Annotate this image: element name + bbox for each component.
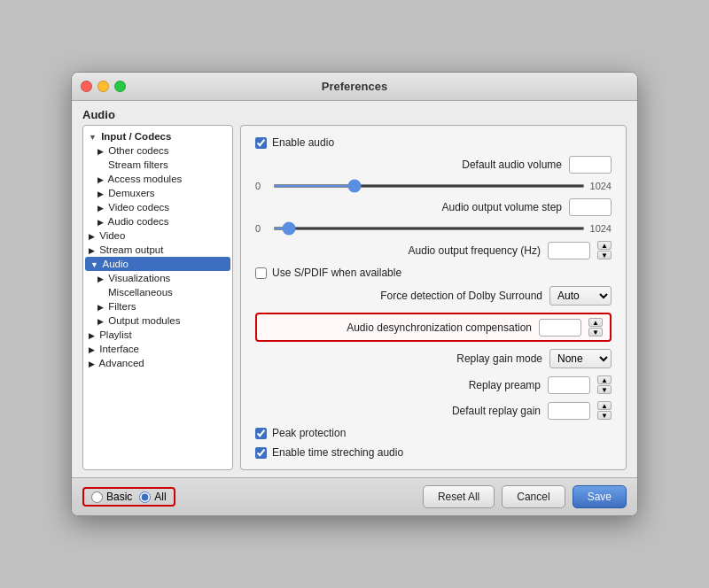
audio-frequency-up[interactable]: ▲ <box>597 241 612 250</box>
replay-preamp-input[interactable]: 0 <box>548 376 590 394</box>
audio-desync-up[interactable]: ▲ <box>588 318 603 327</box>
spdif-checkbox[interactable] <box>255 267 267 279</box>
default-replay-gain-up[interactable]: ▲ <box>597 401 612 410</box>
peak-protection-label: Peak protection <box>272 427 346 439</box>
volume-step-slider-row: 0 1024 <box>255 223 612 234</box>
sidebar-item-other-codecs[interactable]: ▶ Other codecs <box>83 143 232 158</box>
replay-preamp-row: Replay preamp 0 ▲ ▼ <box>255 375 612 394</box>
audio-frequency-down[interactable]: ▼ <box>597 251 612 259</box>
replay-preamp-up[interactable]: ▲ <box>597 375 612 384</box>
spdif-row: Use S/PDIF when available <box>255 267 612 279</box>
sidebar-item-output-modules[interactable]: ▶ Output modules <box>83 313 232 328</box>
arrow-icon: ▼ <box>89 133 97 142</box>
volume-step-max: 1024 <box>590 223 612 234</box>
replay-gain-mode-dropdown[interactable]: None Track Album <box>549 349 612 368</box>
peak-protection-checkbox[interactable] <box>255 428 267 439</box>
arrow-icon: ▶ <box>89 331 95 340</box>
sidebar-item-video-codecs[interactable]: ▶ Video codecs <box>83 200 232 214</box>
replay-gain-mode-row: Replay gain mode None Track Album <box>255 349 612 368</box>
sidebar-item-interface[interactable]: ▶ Interface <box>83 342 232 356</box>
volume-step-row: Audio output volume step 32 <box>255 198 612 216</box>
time-stretching-row: Enable time streching audio <box>255 446 612 459</box>
default-volume-slider[interactable] <box>273 184 585 188</box>
sidebar-item-miscellaneous[interactable]: Miscellaneous <box>83 285 232 299</box>
save-button[interactable]: Save <box>573 485 627 508</box>
arrow-icon: ▶ <box>97 317 104 326</box>
enable-audio-label: Enable audio <box>272 136 334 149</box>
default-volume-input[interactable]: 256 <box>569 156 612 174</box>
arrow-icon: ▶ <box>97 303 104 312</box>
sidebar-item-playlist[interactable]: ▶ Playlist <box>83 328 232 342</box>
view-mode-group: Basic All <box>82 487 175 507</box>
sidebar-item-demuxers[interactable]: ▶ Demuxers <box>83 186 232 200</box>
arrow-icon: ▶ <box>89 232 95 241</box>
spdif-label: Use S/PDIF when available <box>272 267 401 279</box>
audio-desync-stepper: ▲ ▼ <box>588 318 603 337</box>
audio-desync-input[interactable]: -2 <box>539 319 581 337</box>
arrow-icon: ▶ <box>97 275 104 283</box>
arrow-icon: ▶ <box>97 204 104 213</box>
window-body: Audio ▼ Input / Codecs ▶ Other codecs St… <box>72 101 637 515</box>
all-radio-item: All <box>139 491 166 503</box>
sidebar: ▼ Input / Codecs ▶ Other codecs Stream f… <box>82 125 233 470</box>
audio-desync-down[interactable]: ▼ <box>588 328 603 337</box>
basic-label: Basic <box>106 491 132 503</box>
arrow-icon: ▼ <box>90 260 98 269</box>
maximize-button[interactable] <box>114 81 126 92</box>
replay-gain-mode-label: Replay gain mode <box>255 352 542 365</box>
reset-all-button[interactable]: Reset All <box>423 485 495 508</box>
default-replay-gain-stepper: ▲ ▼ <box>597 401 612 420</box>
default-replay-gain-down[interactable]: ▼ <box>597 411 612 420</box>
default-volume-max: 1024 <box>590 181 612 191</box>
cancel-button[interactable]: Cancel <box>502 485 565 508</box>
arrow-icon: ▶ <box>97 218 104 227</box>
bottom-bar: Basic All Reset All Cancel Save <box>72 477 637 515</box>
dolby-label: Force detection of Dolby Surround <box>255 290 542 302</box>
volume-step-label: Audio output volume step <box>255 201 562 213</box>
volume-step-slider[interactable] <box>273 227 585 230</box>
section-header: Audio <box>72 101 637 125</box>
traffic-lights <box>81 81 126 92</box>
enable-audio-row: Enable audio <box>255 136 612 149</box>
basic-radio-item: Basic <box>91 491 132 503</box>
preferences-window: Preferences Audio ▼ Input / Codecs ▶ Oth… <box>71 72 638 516</box>
sidebar-item-audio-codecs[interactable]: ▶ Audio codecs <box>83 214 232 228</box>
arrow-icon: ▶ <box>89 246 95 255</box>
sidebar-item-audio[interactable]: ▼ Audio <box>85 257 230 271</box>
arrow-icon: ▶ <box>97 175 104 184</box>
time-stretching-checkbox[interactable] <box>255 447 267 459</box>
sidebar-item-filters[interactable]: ▶ Filters <box>83 299 232 313</box>
volume-step-min: 0 <box>255 223 268 234</box>
default-replay-gain-row: Default replay gain -7 ▲ ▼ <box>255 401 612 420</box>
volume-step-input[interactable]: 32 <box>569 198 612 216</box>
titlebar: Preferences <box>72 73 637 101</box>
arrow-icon: ▶ <box>89 360 95 368</box>
arrow-icon: ▶ <box>97 190 104 198</box>
audio-frequency-label: Audio output frequency (Hz) <box>255 244 541 257</box>
dolby-row: Force detection of Dolby Surround Auto O… <box>255 286 612 306</box>
default-volume-min: 0 <box>255 181 268 191</box>
minimize-button[interactable] <box>97 81 109 92</box>
default-replay-gain-input[interactable]: -7 <box>548 402 590 420</box>
window-title: Preferences <box>322 80 387 93</box>
sidebar-item-stream-output[interactable]: ▶ Stream output <box>83 243 232 257</box>
arrow-icon: ▶ <box>89 345 95 354</box>
sidebar-item-access-modules[interactable]: ▶ Access modules <box>83 172 232 186</box>
sidebar-item-input-codecs[interactable]: ▼ Input / Codecs <box>83 129 232 143</box>
replay-preamp-down[interactable]: ▼ <box>597 385 612 394</box>
close-button[interactable] <box>81 81 92 92</box>
enable-audio-checkbox[interactable] <box>255 137 267 149</box>
dolby-dropdown[interactable]: Auto On Off <box>549 286 612 306</box>
sidebar-item-visualizations[interactable]: ▶ Visualizations <box>83 271 232 285</box>
audio-desync-row: Audio desynchronization compensation -2 … <box>255 313 612 342</box>
all-radio[interactable] <box>139 491 151 503</box>
audio-frequency-stepper: ▲ ▼ <box>597 241 612 259</box>
audio-frequency-input[interactable]: -1 <box>548 242 590 259</box>
sidebar-item-advanced[interactable]: ▶ Advanced <box>83 356 232 370</box>
sidebar-item-video[interactable]: ▶ Video <box>83 228 232 243</box>
default-volume-row: Default audio volume 256 <box>255 156 612 174</box>
replay-preamp-stepper: ▲ ▼ <box>597 375 612 394</box>
sidebar-item-stream-filters[interactable]: Stream filters <box>83 158 232 172</box>
basic-radio[interactable] <box>91 491 103 503</box>
replay-preamp-label: Replay preamp <box>255 379 541 391</box>
